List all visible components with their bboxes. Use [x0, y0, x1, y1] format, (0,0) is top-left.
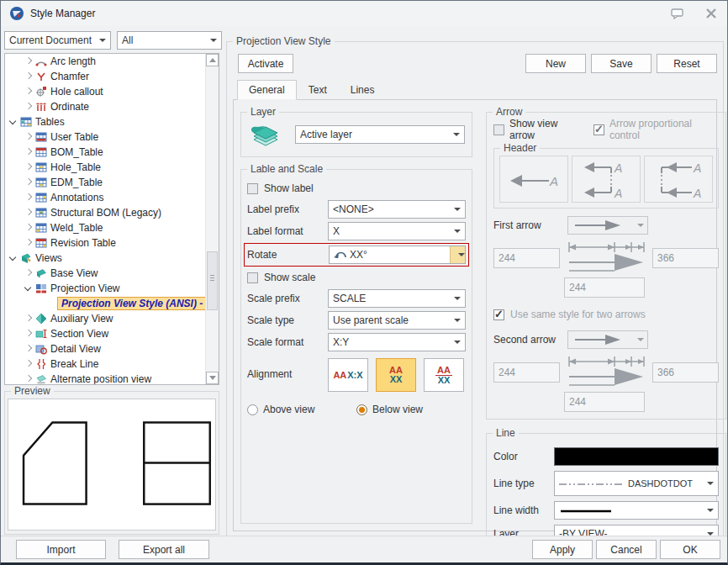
tree-item-structural-bom-legacy[interactable]: Structural BOM (Legacy): [5, 205, 219, 220]
tree-item-projection-view-style-ansi[interactable]: Projection View Style (ANSI) - ...: [5, 296, 219, 311]
expander-icon[interactable]: [25, 330, 32, 337]
apply-button[interactable]: Apply: [532, 540, 593, 559]
above-view-radio[interactable]: Above view: [247, 404, 356, 415]
ok-button[interactable]: OK: [660, 540, 720, 559]
label-prefix-select[interactable]: <NONE>: [328, 200, 466, 219]
header-style-double-arrow-right-button[interactable]: A A: [572, 156, 641, 203]
expander-icon[interactable]: [25, 346, 32, 352]
svg-text:A: A: [614, 161, 622, 175]
label-format-select[interactable]: X: [328, 222, 466, 240]
alignment-label: Alignment: [247, 358, 328, 380]
expander-icon[interactable]: [10, 119, 17, 125]
header-style-double-arrow-left-button[interactable]: A A: [644, 156, 713, 203]
expander-icon[interactable]: [25, 88, 32, 95]
category-select[interactable]: All: [117, 31, 222, 50]
export-all-button[interactable]: Export all: [119, 540, 209, 559]
expander-icon[interactable]: [25, 73, 32, 80]
header-style-single-arrow-button[interactable]: A: [499, 156, 568, 203]
tree-item-bom-table[interactable]: BOM_Table: [5, 145, 219, 160]
line-color-swatch[interactable]: [554, 447, 719, 466]
expander-icon[interactable]: [25, 58, 32, 65]
tree-item-hole-table[interactable]: Hole_Table: [5, 160, 219, 175]
second-arrow-right-input[interactable]: [652, 362, 719, 383]
scale-format-select[interactable]: X:Y: [328, 333, 466, 351]
tree-item-chamfer[interactable]: Chamfer: [5, 69, 219, 84]
scrollbar-thumb[interactable]: [207, 251, 218, 310]
save-button[interactable]: Save: [591, 54, 652, 73]
show-label-checkbox[interactable]: [247, 183, 258, 194]
expander-icon[interactable]: [25, 361, 32, 367]
expander-icon[interactable]: [25, 270, 32, 277]
line-width-select[interactable]: [554, 501, 719, 520]
tree-item-views[interactable]: Views: [5, 251, 219, 266]
expander-icon[interactable]: [25, 315, 32, 322]
document-select[interactable]: Current Document: [4, 31, 111, 50]
tree-item-weld-table[interactable]: Weld_Table: [5, 220, 219, 235]
scroll-down-icon[interactable]: [206, 372, 219, 384]
activate-button[interactable]: Activate: [238, 54, 293, 73]
revision-table-icon: [35, 237, 47, 249]
tree-item-base-view[interactable]: Base View: [5, 266, 219, 281]
tree-item-auxiliary-view[interactable]: Auxiliary View: [5, 311, 219, 326]
detail-view-icon: [35, 343, 47, 355]
scroll-up-icon[interactable]: [206, 54, 219, 66]
arrow-proportional-checkbox[interactable]: [593, 124, 604, 135]
tree-item-section-view[interactable]: Section View: [5, 326, 219, 341]
tree-item-projection-view[interactable]: Projection View: [5, 281, 219, 296]
scale-type-select[interactable]: Use parent scale: [328, 311, 466, 330]
expander-icon[interactable]: [25, 194, 32, 201]
new-button[interactable]: New: [525, 54, 586, 73]
tab-lines[interactable]: Lines: [339, 80, 387, 99]
tree-item-annotations[interactable]: Annotations: [5, 190, 219, 205]
expander-icon[interactable]: [25, 224, 32, 231]
first-arrow-left-input[interactable]: [493, 248, 560, 268]
tree-item-alternate-position-view[interactable]: Alternate position view: [5, 372, 219, 385]
rotate-dropdown-button[interactable]: [450, 246, 465, 263]
tree-item-edm-table[interactable]: EDM_Table: [5, 175, 219, 190]
alignment-option-3-button[interactable]: AAXX: [424, 358, 464, 392]
tree-item-arc-length[interactable]: Arc length: [5, 54, 219, 69]
same-style-checkbox[interactable]: [493, 309, 504, 320]
expander-icon[interactable]: [10, 255, 17, 261]
alignment-option-2-button[interactable]: AAXX: [376, 358, 416, 392]
expander-icon[interactable]: [25, 103, 32, 110]
expander-icon[interactable]: [25, 134, 32, 140]
comment-icon[interactable]: [670, 7, 685, 20]
tree-item-ordinate[interactable]: Ordinate: [5, 99, 219, 114]
tab-general[interactable]: General: [237, 80, 297, 100]
second-arrow-left-input[interactable]: [493, 362, 560, 383]
show-view-arrow-checkbox[interactable]: [493, 124, 504, 135]
expander-icon[interactable]: [25, 240, 32, 246]
expander-icon[interactable]: [25, 376, 32, 383]
alignment-option-1-button[interactable]: AAX:X: [328, 358, 368, 392]
layer-select[interactable]: Active layer: [295, 125, 465, 144]
tree-item-user-table[interactable]: User Table: [5, 129, 219, 145]
close-icon[interactable]: [704, 7, 719, 20]
cancel-button[interactable]: Cancel: [596, 540, 657, 559]
tree-item-detail-view[interactable]: Detail View: [5, 341, 219, 356]
first-arrow-bottom-input[interactable]: [564, 277, 645, 298]
tree-item-hole-callout[interactable]: Hole callout: [5, 84, 219, 99]
expander-icon[interactable]: [25, 179, 32, 186]
below-view-radio[interactable]: Below view: [356, 404, 466, 415]
line-type-select[interactable]: DASHDOTDOT: [554, 471, 719, 496]
tree-item-tables[interactable]: Tables: [5, 114, 219, 129]
tree-item-revision-table[interactable]: Revision Table: [5, 235, 219, 251]
import-button[interactable]: Import: [16, 540, 106, 559]
footer-bar: Import Export all Apply Cancel OK: [1, 536, 727, 562]
first-arrow-style-select[interactable]: [567, 216, 648, 235]
expander-icon[interactable]: [25, 149, 32, 156]
tab-text[interactable]: Text: [297, 80, 339, 99]
expander-icon[interactable]: [25, 285, 32, 292]
scale-prefix-select[interactable]: SCALE: [328, 289, 466, 308]
expander-icon[interactable]: [25, 164, 32, 171]
second-arrow-style-select[interactable]: [567, 330, 648, 349]
tree-item-break-line[interactable]: Break Line: [5, 356, 219, 372]
rotate-select[interactable]: XX°: [329, 246, 466, 264]
second-arrow-bottom-input[interactable]: [564, 392, 645, 412]
first-arrow-right-input[interactable]: [652, 248, 719, 268]
reset-button[interactable]: Reset: [657, 54, 717, 73]
show-scale-checkbox[interactable]: [247, 272, 258, 283]
expander-icon[interactable]: [25, 209, 32, 216]
tree-scrollbar[interactable]: [205, 54, 219, 384]
